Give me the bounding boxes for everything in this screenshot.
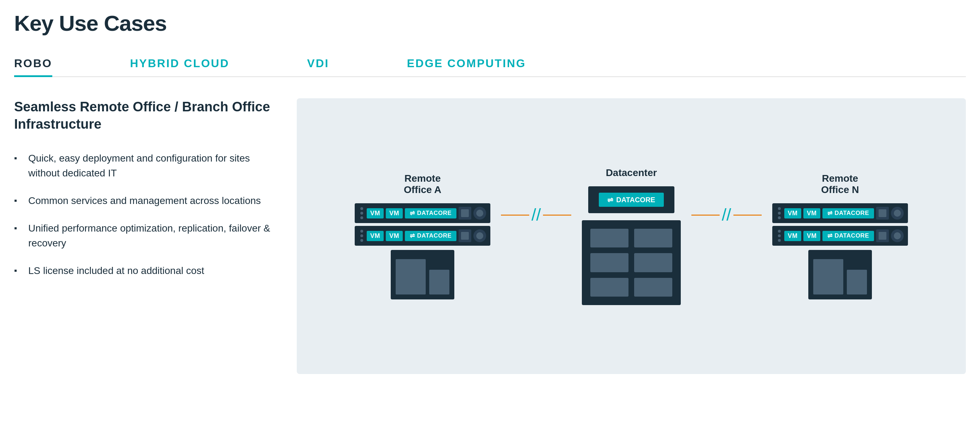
datacore-label-2: DATACORE [417,232,452,239]
bullet-list: Quick, easy deployment and configuration… [14,151,275,278]
dots-icon-2 [359,230,364,242]
datacore-label-n1: DATACORE [834,210,869,217]
building-window-main [396,259,426,295]
dc-datacore-text: DATACORE [616,196,655,204]
datacore-arrow-icon: ⇌ [410,210,415,217]
remote-office-n-building [808,250,872,300]
storage-icon-2 [458,230,471,242]
storage-icon-n2 [876,230,889,242]
connection-a-to-dc: // [490,206,582,223]
remote-office-n-block: RemoteOffice N VM VM ⇌ DATACORE [772,173,908,300]
disk-icon-n1 [891,207,904,220]
datacore-box-n2: ⇌ DATACORE [822,231,874,241]
dc-window-1 [590,229,628,247]
page-title: Key Use Cases [14,11,966,36]
disk-icon-2 [473,230,486,242]
slash-break-2: // [720,206,733,223]
dots-icon-n1 [776,207,782,219]
building-n-window-main [813,259,843,295]
dc-window-5 [590,278,628,297]
dots-icon [359,207,364,219]
datacore-arrow-n1: ⇌ [827,210,833,217]
disk-icon-1 [473,207,486,220]
vm-box-n2: VM [803,208,820,218]
tab-robo[interactable]: ROBO [14,53,52,77]
server-row-2: VM VM ⇌ DATACORE [355,226,490,246]
datacenter-building [582,220,681,305]
remote-office-a-label: RemoteOffice A [404,173,441,196]
datacenter-label: Datacenter [606,167,657,179]
orange-line-1 [501,215,529,216]
orange-line-2 [543,215,571,216]
tab-hybrid-cloud[interactable]: HYBRID CLOUD [130,53,229,77]
remote-office-n-servers: VM VM ⇌ DATACORE [772,203,908,246]
bullet-item-2: Common services and management across lo… [14,193,275,208]
orange-line-4 [733,215,762,216]
remote-office-n-label: RemoteOffice N [821,173,859,196]
datacore-label-n2: DATACORE [834,232,869,239]
dc-window-4 [634,253,672,272]
tab-edge-computing[interactable]: EDGE COMPUTING [407,53,526,77]
remote-office-a-servers: VM VM ⇌ DATACORE [355,203,490,246]
dc-window-2 [634,229,672,247]
orange-line-3 [691,215,720,216]
datacore-box-1: ⇌ DATACORE [405,208,457,218]
datacenter-block: Datacenter ⇌ DATACORE [582,167,681,305]
datacore-box-2: ⇌ DATACORE [405,231,457,241]
datacore-box-n1: ⇌ DATACORE [822,208,874,218]
vm-box-1: VM [367,208,383,218]
building-window-side [429,270,449,295]
diagram-panel: RemoteOffice A VM VM ⇌ DATACORE [297,98,966,374]
dc-datacore-arrow: ⇌ [607,196,613,204]
dc-window-6 [634,278,672,297]
vm-box-n3: VM [784,231,801,241]
building-n-window-side [847,270,867,295]
dots-icon-n2 [776,230,782,242]
remote-office-a-block: RemoteOffice A VM VM ⇌ DATACORE [355,173,490,300]
tabs-bar: ROBO HYBRID CLOUD VDI EDGE COMPUTING [14,53,966,77]
server-row-1: VM VM ⇌ DATACORE [355,203,490,223]
tab-vdi[interactable]: VDI [307,53,329,77]
datacore-arrow-icon-2: ⇌ [410,232,415,240]
bullet-item-1: Quick, easy deployment and configuration… [14,151,275,181]
dc-datacore-box: ⇌ DATACORE [599,193,663,207]
storage-icon-1 [458,207,471,220]
vm-box-3: VM [367,231,383,241]
dc-window-3 [590,253,628,272]
slash-break-1: // [529,206,543,223]
vm-box-4: VM [386,231,403,241]
connection-dc-to-n: // [681,206,772,223]
section-title: Seamless Remote Office / Branch Office I… [14,98,275,133]
disk-icon-n2 [891,230,904,242]
vm-box-n4: VM [803,231,820,241]
left-panel: Seamless Remote Office / Branch Office I… [14,98,275,291]
bullet-item-4: LS license included at no additional cos… [14,263,275,278]
server-row-n-2: VM VM ⇌ DATACORE [772,226,908,246]
datacore-label-1: DATACORE [417,210,452,217]
diagram-inner: RemoteOffice A VM VM ⇌ DATACORE [325,167,938,305]
bullet-item-3: Unified performance optimization, replic… [14,221,275,251]
remote-office-a-building [391,250,454,300]
server-row-n-1: VM VM ⇌ DATACORE [772,203,908,223]
vm-box-2: VM [386,208,403,218]
datacore-arrow-n2: ⇌ [827,232,833,240]
content-area: Seamless Remote Office / Branch Office I… [14,98,966,374]
storage-icon-n1 [876,207,889,220]
vm-box-n1: VM [784,208,801,218]
